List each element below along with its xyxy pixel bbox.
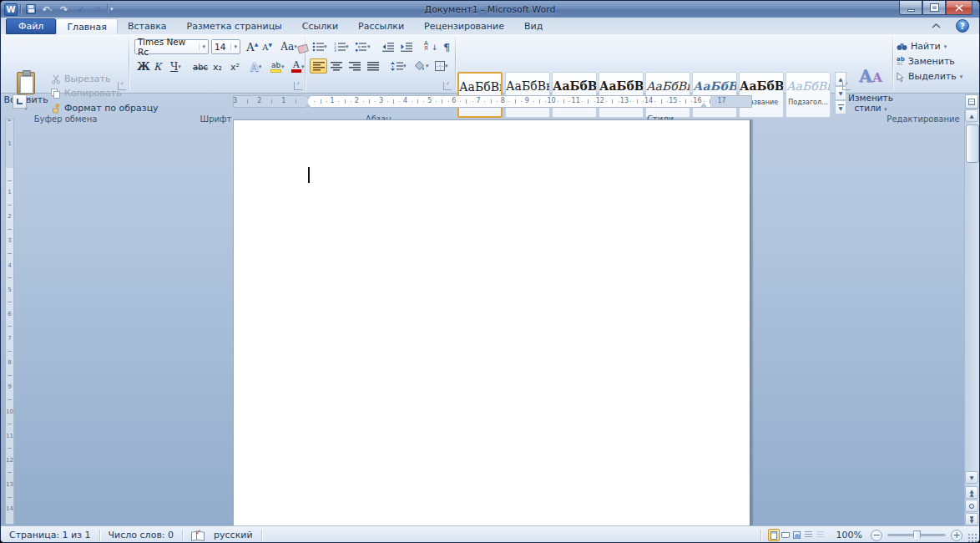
view-web-layout-button[interactable] (791, 529, 803, 541)
shrink-font-button[interactable]: А▼ (260, 39, 274, 54)
paragraph-dialog-launcher[interactable] (443, 82, 452, 90)
collapse-ribbon-button[interactable] (930, 22, 942, 31)
align-right-button[interactable] (347, 58, 362, 74)
scrollbar-thumb[interactable] (966, 124, 979, 163)
zoom-level[interactable]: 100% (835, 530, 864, 540)
font-size-value: 14 (215, 42, 225, 52)
ruler-mark (8, 399, 12, 400)
ruler-mark: 1 (6, 140, 13, 147)
style-preview: АаБбВв (646, 79, 690, 93)
clear-formatting-button[interactable] (296, 41, 310, 56)
styles-dialog-launcher[interactable] (842, 82, 851, 90)
sort-button[interactable]: А Я (422, 38, 430, 53)
tab-file[interactable]: Файл (6, 18, 56, 34)
zoom-out-button[interactable]: − (871, 530, 882, 541)
status-bar: Страница: 1 из 1 Число слов: 0 ✓ русский… (1, 525, 979, 543)
word-count[interactable]: Число слов: 0 (107, 530, 176, 540)
tab-references[interactable]: Ссылки (292, 18, 348, 34)
align-center-button[interactable] (329, 58, 344, 74)
tab-insert[interactable]: Вставка (118, 18, 177, 34)
clipboard-dialog-launcher[interactable] (118, 82, 126, 90)
superscript-button[interactable]: x² (229, 59, 241, 74)
document-page[interactable] (233, 119, 751, 525)
line-spacing-button[interactable]: ▾ (389, 58, 408, 74)
style-name: Подзагол... (786, 99, 830, 106)
style-subtitle[interactable]: АаБбВв Подзагол... (786, 72, 831, 118)
web-layout-icon (793, 531, 801, 539)
show-marks-button[interactable]: ¶ (442, 39, 452, 54)
font-color-button[interactable]: А ▾ (290, 59, 306, 74)
zoom-slider-thumb[interactable] (913, 530, 921, 540)
ruler-mark (442, 99, 442, 104)
tab-selector-button[interactable] (13, 94, 27, 109)
tab-mailings[interactable]: Рассылки (348, 18, 414, 34)
minimize-button[interactable] (899, 1, 922, 15)
text-effects-button[interactable]: А▾ (249, 59, 263, 74)
bold-button[interactable]: Ж (135, 59, 152, 74)
view-outline-button[interactable] (803, 529, 815, 541)
tab-view[interactable]: Вид (514, 18, 553, 34)
align-left-button[interactable] (310, 58, 327, 74)
strikethrough-button[interactable]: abc (191, 59, 210, 74)
select-button[interactable]: Выделить▾ (897, 69, 962, 84)
scroll-down-button[interactable]: ▼ (965, 471, 978, 484)
zoom-in-button[interactable]: + (951, 530, 962, 541)
align-left-icon (313, 62, 325, 71)
bullets-icon (312, 42, 324, 52)
divider (261, 530, 262, 541)
vertical-scrollbar[interactable] (964, 109, 979, 525)
borders-button[interactable]: ▾ (433, 58, 450, 74)
justify-button[interactable] (366, 58, 381, 74)
tab-review[interactable]: Рецензирование (414, 18, 514, 34)
format-painter-button[interactable]: Формат по образцу (51, 101, 159, 115)
multilevel-list-button[interactable]: ▾ (354, 39, 372, 54)
subscript-button[interactable]: x₂ (211, 59, 224, 74)
next-page-button[interactable]: ▼▼ (965, 513, 978, 525)
view-ruler-button[interactable] (965, 94, 978, 109)
cut-button[interactable]: Вырезать (51, 72, 110, 86)
language-indicator[interactable]: русский (212, 530, 255, 540)
tab-page-layout[interactable]: Разметка страницы (177, 18, 292, 34)
change-styles-button[interactable]: АА Изменить стили ▾ (851, 71, 891, 118)
proofing-status-icon[interactable]: ✓ (191, 530, 205, 540)
underline-button[interactable]: Ч▾ (169, 59, 183, 74)
replace-button[interactable]: abac Заменить (897, 54, 955, 69)
numbering-button[interactable]: 123▾ (332, 39, 351, 54)
tab-home[interactable]: Главная (56, 18, 118, 34)
ruler-mark (521, 101, 522, 102)
styles-more-button[interactable]: ▼ (835, 100, 846, 114)
hanging-indent-marker[interactable] (305, 100, 311, 108)
maximize-icon (931, 4, 938, 11)
divider (99, 530, 100, 541)
bullets-button[interactable]: ▾ (311, 39, 329, 54)
maximize-button[interactable] (922, 1, 946, 15)
resize-grip[interactable] (967, 533, 977, 543)
highlight-button[interactable]: ab ▾ (269, 59, 286, 74)
decrease-indent-button[interactable] (381, 39, 396, 54)
font-dialog-launcher[interactable] (294, 82, 302, 90)
ruler-mark (8, 448, 12, 449)
page-indicator[interactable]: Страница: 1 из 1 (8, 530, 93, 540)
zoom-slider[interactable] (887, 534, 946, 536)
view-fullscreen-reading-button[interactable] (780, 529, 791, 541)
shading-button[interactable]: ▾ (412, 58, 431, 74)
select-browse-object-button[interactable] (965, 500, 978, 512)
help-button[interactable]: ? (956, 19, 969, 33)
change-styles-label: Изменить (848, 93, 893, 103)
find-button[interactable]: Найти▾ (897, 39, 947, 53)
italic-button[interactable]: К (152, 59, 163, 74)
close-button[interactable] (946, 1, 972, 15)
horizontal-ruler[interactable]: 1231234567891011121314151617 (233, 95, 752, 108)
copy-button[interactable]: Копировать (51, 86, 122, 100)
outline-icon (805, 531, 812, 539)
increase-indent-button[interactable] (399, 39, 414, 54)
scroll-up-button[interactable]: ▲ (965, 109, 978, 122)
font-name-select[interactable]: Times New Rc▾ (134, 39, 209, 54)
grow-font-button[interactable]: А▲ (245, 39, 260, 54)
font-size-select[interactable]: 14▾ (211, 39, 240, 54)
view-draft-button[interactable] (815, 529, 826, 541)
previous-page-button[interactable]: ▲▲ (965, 486, 978, 499)
vertical-ruler[interactable]: 121234567891011121314 (5, 119, 14, 525)
ruler-mark: 4 (6, 262, 13, 269)
view-print-layout-button[interactable] (768, 529, 780, 541)
